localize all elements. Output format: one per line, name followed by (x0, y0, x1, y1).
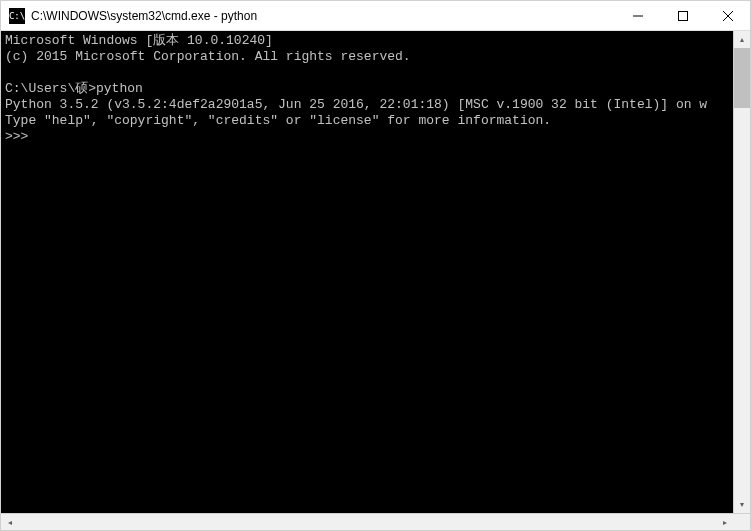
window-title: C:\WINDOWS\system32\cmd.exe - python (31, 9, 615, 23)
cmd-icon: C:\ (9, 8, 25, 24)
maximize-icon (678, 11, 688, 21)
close-icon (723, 11, 733, 21)
scroll-right-button[interactable]: ▸ (716, 514, 733, 530)
svg-rect-1 (678, 11, 687, 20)
minimize-icon (633, 11, 643, 21)
window-controls (615, 1, 750, 30)
minimize-button[interactable] (615, 1, 660, 30)
terminal-output[interactable]: Microsoft Windows [版本 10.0.10240] (c) 20… (1, 31, 733, 513)
scrollbar-corner (733, 514, 750, 530)
scroll-down-button[interactable]: ▾ (734, 496, 750, 513)
scroll-up-button[interactable]: ▴ (734, 31, 750, 48)
close-button[interactable] (705, 1, 750, 30)
terminal-wrapper: Microsoft Windows [版本 10.0.10240] (c) 20… (1, 31, 750, 513)
vertical-scroll-thumb[interactable] (734, 48, 750, 108)
scroll-left-button[interactable]: ◂ (1, 514, 18, 530)
titlebar: C:\ C:\WINDOWS\system32\cmd.exe - python (1, 1, 750, 31)
vertical-scrollbar[interactable]: ▴ ▾ (733, 31, 750, 513)
horizontal-scroll-track[interactable]: ◂ ▸ (1, 514, 733, 530)
horizontal-scrollbar[interactable]: ◂ ▸ (1, 513, 750, 530)
maximize-button[interactable] (660, 1, 705, 30)
content-area: Microsoft Windows [版本 10.0.10240] (c) 20… (1, 31, 750, 530)
